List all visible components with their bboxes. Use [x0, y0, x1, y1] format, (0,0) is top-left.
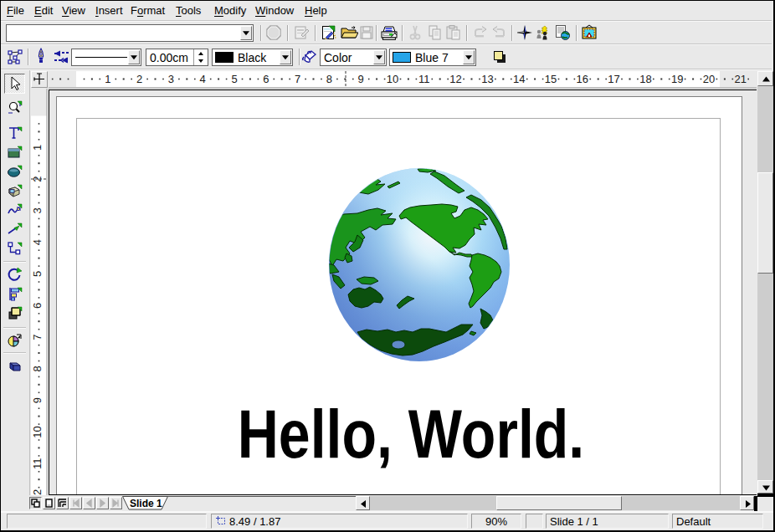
svg-text:2: 2: [136, 73, 142, 85]
svg-text:7: 7: [31, 334, 44, 340]
svg-text:11: 11: [418, 73, 430, 85]
svg-text:4: 4: [200, 73, 206, 85]
svg-text:12: 12: [449, 73, 461, 85]
svg-text:14: 14: [513, 73, 525, 85]
svg-text:5: 5: [231, 73, 237, 85]
svg-text:8: 8: [31, 366, 44, 371]
svg-text:10: 10: [387, 73, 398, 85]
svg-text:Slide 1: Slide 1: [130, 498, 162, 509]
svg-text:3: 3: [31, 207, 44, 213]
svg-text:20: 20: [703, 73, 715, 85]
svg-text:21: 21: [735, 73, 747, 85]
svg-text:3: 3: [168, 73, 174, 85]
svg-text:4: 4: [31, 239, 44, 245]
svg-text:15: 15: [545, 73, 557, 85]
svg-text:5: 5: [31, 271, 44, 277]
svg-text:6: 6: [31, 303, 44, 309]
svg-text:8: 8: [326, 73, 332, 85]
svg-text:1: 1: [105, 73, 110, 85]
svg-text:12: 12: [31, 489, 44, 495]
svg-text:7: 7: [295, 73, 300, 85]
svg-text:9: 9: [31, 397, 44, 403]
svg-text:17: 17: [608, 73, 619, 85]
svg-text:1: 1: [31, 145, 44, 151]
svg-text:19: 19: [671, 73, 683, 85]
svg-text:18: 18: [639, 73, 651, 85]
svg-text:11: 11: [31, 458, 44, 470]
svg-text:13: 13: [481, 73, 493, 85]
svg-text:16: 16: [577, 73, 588, 85]
svg-text:9: 9: [358, 73, 364, 85]
svg-text:10: 10: [31, 426, 44, 437]
svg-text:6: 6: [263, 73, 269, 85]
